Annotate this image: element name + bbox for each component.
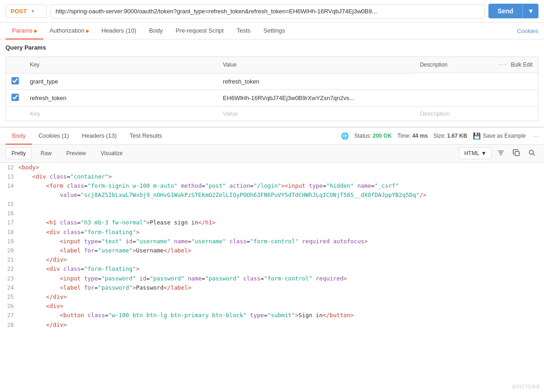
tab-tests[interactable]: Tests: [230, 22, 257, 39]
code-line: 13 <div class="container">: [0, 172, 544, 181]
response-section: Body Cookies (1) Headers (13) Test Resul…: [0, 127, 544, 330]
more-options-icon[interactable]: ···: [498, 61, 507, 69]
line-number: 20: [0, 246, 18, 255]
filter-icon[interactable]: [494, 147, 507, 160]
line-number: 14: [0, 181, 18, 190]
row3-value[interactable]: Value: [217, 106, 414, 121]
line-number: 19: [0, 237, 18, 246]
row2-description[interactable]: [414, 90, 538, 106]
fmt-tab-raw[interactable]: Raw: [34, 147, 57, 159]
tab-settings[interactable]: Settings: [257, 22, 291, 39]
fmt-tab-visualize[interactable]: Visualize: [95, 147, 129, 159]
line-number: 16: [0, 209, 18, 218]
auth-dot: [86, 30, 89, 33]
line-content: <input type="text" id="username" name="u…: [18, 237, 544, 246]
code-line: 15: [0, 200, 544, 209]
search-icon[interactable]: [526, 147, 538, 160]
code-line: 23 <input type="password" id="password" …: [0, 274, 544, 283]
url-bar: POST ▼ Send ▼: [0, 0, 544, 22]
language-chevron: ▼: [481, 150, 487, 157]
save-icon: 💾: [473, 132, 481, 140]
row2-key[interactable]: refresh_token: [24, 90, 217, 106]
row3-key[interactable]: Key: [24, 106, 217, 121]
row2-value[interactable]: EH6WlHh-16RVqbJ74Ej3w0B9rXwYZsn7qn2vs...: [217, 90, 414, 106]
response-meta: 🌐 Status: 200 OK Time: 44 ms Size: 1.67 …: [341, 132, 538, 140]
tab-headers[interactable]: Headers (10): [95, 22, 143, 39]
response-more-icon[interactable]: ···: [533, 132, 538, 140]
line-content: <div class="form-floating">: [18, 228, 544, 237]
params-table-container: Key Value Description ··· Bulk Edit gran…: [0, 56, 544, 125]
line-content: </div>: [18, 320, 544, 330]
line-number: 26: [0, 302, 18, 311]
status-item: Status: 200 OK: [354, 133, 392, 139]
row1-checkbox[interactable]: [11, 77, 19, 84]
line-content: <button class="w-100 btn btn-lg btn-prim…: [18, 311, 544, 320]
resp-tab-cookies[interactable]: Cookies (1): [32, 128, 75, 145]
line-content: [18, 209, 544, 218]
row1-check-cell: [6, 73, 25, 90]
row1-value[interactable]: refresh_token: [217, 73, 414, 90]
line-content: </div>: [18, 292, 544, 302]
line-number: 15: [0, 200, 18, 209]
save-example-button[interactable]: 💾 Save as Example: [473, 132, 526, 140]
top-tabs-row: Params Authorization Headers (10) Body P…: [0, 22, 544, 39]
th-checkbox: [6, 57, 25, 73]
fmt-tab-preview[interactable]: Preview: [60, 147, 92, 159]
line-content: value="scj8AZSIbLxwL7Wxbj9_nOHvG1WakPzST…: [18, 190, 544, 200]
time-value: 44 ms: [412, 133, 428, 139]
send-label: Send: [488, 4, 522, 18]
bulk-edit-button[interactable]: Bulk Edit: [511, 62, 533, 68]
code-line: 27 <button class="w-100 btn btn-lg btn-p…: [0, 311, 544, 320]
svg-line-5: [533, 154, 535, 156]
tab-params[interactable]: Params: [6, 22, 43, 39]
line-number: 22: [0, 264, 18, 274]
line-number: 21: [0, 255, 18, 264]
status-value: 200 OK: [373, 133, 391, 139]
table-row-empty: Key Value Description: [6, 106, 538, 121]
line-content: <div class="form-floating">: [18, 264, 544, 274]
line-number: 17: [0, 218, 18, 227]
save-example-label: Save as Example: [483, 133, 526, 139]
query-params-section: Query Params: [0, 39, 544, 56]
row3-description[interactable]: Description: [414, 106, 538, 121]
line-content: <label for="username">Username</label>: [18, 246, 544, 255]
row1-description[interactable]: [414, 73, 538, 90]
method-chevron: ▼: [30, 9, 35, 14]
language-label: HTML: [464, 150, 479, 157]
method-value: POST: [11, 8, 27, 15]
language-select[interactable]: HTML ▼: [459, 147, 492, 159]
send-button[interactable]: Send ▼: [488, 4, 538, 18]
resp-tab-test-results[interactable]: Test Results: [123, 128, 169, 145]
line-number: 12: [0, 163, 18, 172]
method-select[interactable]: POST ▼: [6, 5, 47, 18]
url-input[interactable]: [51, 4, 485, 18]
line-number: [0, 190, 18, 200]
copy-icon[interactable]: [510, 147, 523, 160]
tab-pre-request[interactable]: Pre-request Script: [169, 22, 230, 39]
params-dot: [34, 30, 37, 33]
resp-tab-body[interactable]: Body: [6, 128, 32, 145]
line-content: <label for="password">Password</label>: [18, 283, 544, 292]
line-content: <div class="container">: [18, 172, 544, 181]
response-tabs-row: Body Cookies (1) Headers (13) Test Resul…: [0, 128, 544, 145]
code-line: 26 <div>: [0, 302, 544, 311]
resp-tab-headers[interactable]: Headers (13): [75, 128, 123, 145]
code-line: 16: [0, 209, 544, 218]
tab-authorization[interactable]: Authorization: [43, 22, 95, 39]
th-description: Description ··· Bulk Edit: [414, 57, 538, 73]
fmt-tab-pretty[interactable]: Pretty: [6, 147, 32, 159]
cookies-link[interactable]: Cookies: [517, 23, 538, 39]
tab-body[interactable]: Body: [143, 22, 170, 39]
line-number: 13: [0, 172, 18, 181]
code-line: 12<body>: [0, 163, 544, 172]
code-area[interactable]: 12<body>13 <div class="container">14 <fo…: [0, 163, 544, 330]
table-row: refresh_token EH6WlHh-16RVqbJ74Ej3w0B9rX…: [6, 90, 538, 106]
code-line: 14 <form class="form-signin w-100 m-auto…: [0, 181, 544, 190]
code-line: 24 <label for="password">Password</label…: [0, 283, 544, 292]
row1-key[interactable]: grant_type: [24, 73, 217, 90]
th-key: Key: [24, 57, 217, 73]
time-item: Time: 44 ms: [397, 133, 428, 139]
line-content: <body>: [18, 163, 544, 172]
line-content: </div>: [18, 255, 544, 264]
row2-checkbox[interactable]: [11, 94, 19, 101]
